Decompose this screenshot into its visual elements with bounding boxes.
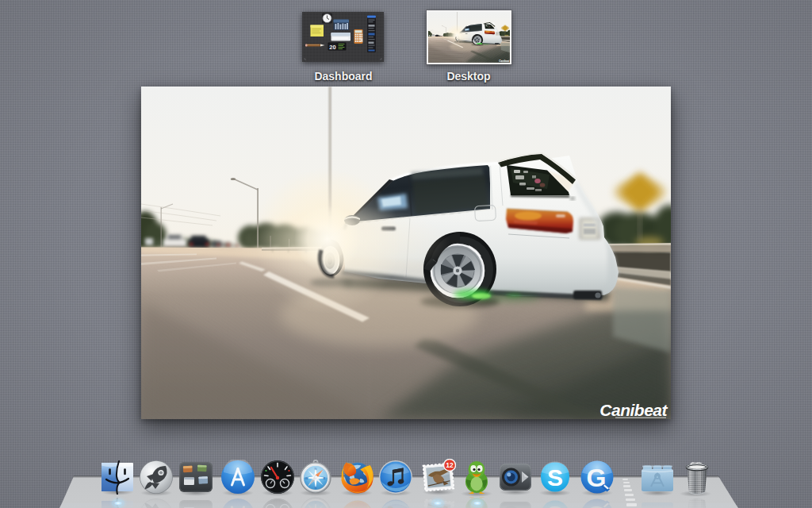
svg-text:20: 20	[329, 44, 335, 51]
